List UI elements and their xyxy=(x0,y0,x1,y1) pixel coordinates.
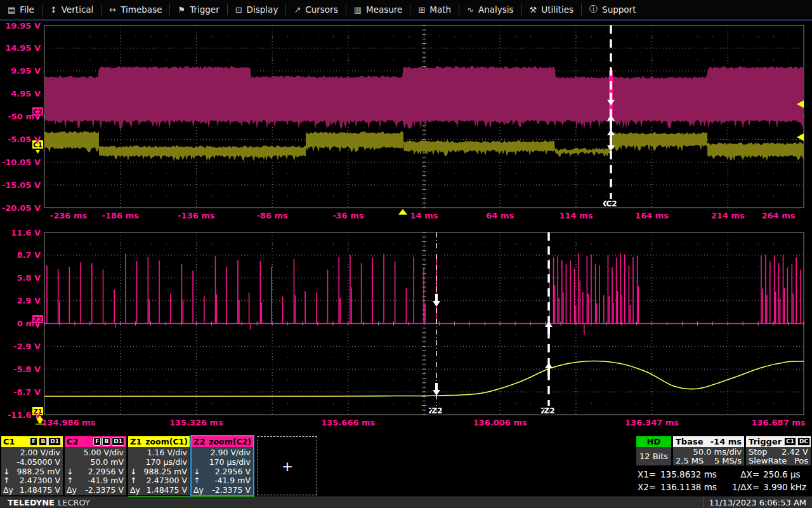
top-graticule: C2C1C1C219.95 V14.95 V9.95 V4.95 V-50 mV… xyxy=(2,21,804,220)
status-bar: TELEDYNE LECROY 11/13/2023 6:06:53 AM xyxy=(0,497,812,508)
svg-text:214 ms: 214 ms xyxy=(711,211,745,220)
svg-text:136.006 ms: 136.006 ms xyxy=(473,418,527,427)
svg-text:-236 ms: -236 ms xyxy=(50,211,88,220)
svg-text:-86 ms: -86 ms xyxy=(256,211,288,220)
trigger-level: 2.42 V xyxy=(782,448,808,457)
trace-id: C1 xyxy=(3,437,15,446)
svg-text:135.326 ms: 135.326 ms xyxy=(169,418,223,427)
descriptor-row: 2.00 V/div xyxy=(3,448,60,458)
svg-text:136.687 ms: 136.687 ms xyxy=(751,418,805,427)
trace-badge-B: B xyxy=(102,438,110,446)
trigger-source-badge: C1 xyxy=(784,438,796,446)
c2-trace xyxy=(44,66,804,130)
svg-text:-36 ms: -36 ms xyxy=(332,211,364,220)
svg-text:-5.8 V: -5.8 V xyxy=(13,364,41,374)
svg-text:-5.05 V: -5.05 V xyxy=(8,135,41,144)
svg-text:-186 ms: -186 ms xyxy=(102,211,140,220)
svg-text:9.95 V: 9.95 V xyxy=(11,66,41,76)
trigger-box[interactable]: Trigger C1 DC Stop 2.42 V SlewRate Pos xyxy=(746,436,811,465)
tbase-offset: -14 ms xyxy=(710,437,742,446)
add-trace-button[interactable]: + xyxy=(258,436,317,495)
trace-badge-D1: D1 xyxy=(112,438,124,446)
trace-id: Z1 xyxy=(130,437,141,446)
dx-value: 250.6 µs xyxy=(763,469,812,479)
tbase-scale: 50.0 ms/div xyxy=(693,448,742,457)
trace-badge-D1: D1 xyxy=(48,438,61,446)
brand-lecroy: LECROY xyxy=(58,498,90,507)
svg-text:134.986 ms: 134.986 ms xyxy=(41,418,95,427)
trace-id: C2 xyxy=(67,437,79,446)
svg-text:Z2: Z2 xyxy=(544,406,554,415)
trace-descriptor-C2[interactable]: C2FBD15.00 V/div50.0 mV↓2.2956 V↑-41.9 m… xyxy=(65,436,126,495)
descriptor-row: ↑-41.9 mV xyxy=(67,476,124,486)
descriptor-row: 1.16 V/div xyxy=(130,448,187,458)
trace-descriptor-C1[interactable]: C1FBD12.00 V/div-4.05000 V↓988.25 mV↑2.4… xyxy=(1,436,63,495)
bottom-graticule: Z2Z1Z1Z2Z1Z211.6 V8.7 V5.8 V2.9 V0 mV-2.… xyxy=(8,228,806,427)
trigger-position-marker[interactable] xyxy=(398,209,407,215)
svg-text:64 ms: 64 ms xyxy=(486,211,514,220)
svg-text:-8.7 V: -8.7 V xyxy=(13,387,41,397)
x2-label: X2= xyxy=(638,482,660,492)
trigger-label: Trigger xyxy=(749,437,782,446)
timebase-box[interactable]: Tbase -14 ms 50.0 ms/div 2.5 MS 5 MS/s xyxy=(673,436,744,465)
c1-trace xyxy=(44,131,804,161)
trace-badge-B: B xyxy=(39,438,47,446)
trace-id: Z2 xyxy=(193,437,205,446)
trace-descriptor-row: C1FBD12.00 V/div-4.05000 V↓988.25 mV↑2.4… xyxy=(1,436,253,495)
trigger-slope: Pos xyxy=(794,457,808,465)
tbase-rate: 5 MS/s xyxy=(714,457,742,465)
descriptor-row: ↑2.47300 V xyxy=(3,476,60,486)
brand-logo: TELEDYNE LECROY xyxy=(0,498,90,507)
z2-trace xyxy=(47,253,801,335)
acquisition-panel: HD 12 Bits Tbase -14 ms 50.0 ms/div 2.5 … xyxy=(636,436,812,492)
descriptor-row: Δy-2.3375 V xyxy=(193,486,251,495)
cursor-level-marker xyxy=(797,133,804,141)
descriptor-row: ↓2.2956 V xyxy=(67,467,124,477)
x2-value: 136.1138 ms xyxy=(660,482,731,492)
svg-text:0 mV: 0 mV xyxy=(17,319,41,328)
svg-text:-20.05 V: -20.05 V xyxy=(2,203,41,213)
descriptor-row: ↓988.25 mV xyxy=(130,467,187,477)
svg-text:C2: C2 xyxy=(606,199,617,208)
svg-text:2.9 V: 2.9 V xyxy=(16,296,41,305)
svg-text:-136 ms: -136 ms xyxy=(178,211,215,220)
svg-text:8.7 V: 8.7 V xyxy=(16,250,41,260)
hd-mode-box[interactable]: HD 12 Bits xyxy=(636,436,671,465)
inv-dx-label: 1/ΔX= xyxy=(731,482,763,492)
svg-text:5.8 V: 5.8 V xyxy=(16,273,41,283)
inv-dx-value: 3.990 kHz xyxy=(763,482,812,492)
trigger-coupling-badge: DC xyxy=(797,438,810,446)
descriptor-row: -4.05000 V xyxy=(3,458,60,467)
svg-text:-15.05 V: -15.05 V xyxy=(2,180,41,190)
waveform-display[interactable]: C2C1C1C219.95 V14.95 V9.95 V4.95 V-50 mV… xyxy=(0,0,812,508)
dx-label: ΔX= xyxy=(731,469,763,479)
descriptor-row: 5.00 V/div xyxy=(67,448,124,458)
tbase-samples: 2.5 MS xyxy=(676,457,704,465)
svg-text:19.95 V: 19.95 V xyxy=(5,21,41,30)
descriptor-row: ↓2.2956 V xyxy=(193,467,251,477)
cursor-readout: X1= 135.8632 ms ΔX= 250.6 µs X2= 136.113… xyxy=(636,469,812,492)
descriptor-row: Δy-2.3375 V xyxy=(67,486,124,495)
hd-title: HD xyxy=(636,436,671,447)
svg-text:14.95 V: 14.95 V xyxy=(5,43,41,53)
descriptor-row: Δy1.48475 V xyxy=(130,486,187,495)
trace-badge-F: F xyxy=(30,438,37,446)
trace-descriptor-Z1[interactable]: Z1zoom(C1)1.16 V/div170 µs/div↓988.25 mV… xyxy=(128,436,190,495)
svg-text:-50 mV: -50 mV xyxy=(8,112,41,121)
svg-text:-11.6 V: -11.6 V xyxy=(8,410,41,420)
descriptor-row: Δy1.48475 V xyxy=(3,486,60,495)
svg-text:-10.05 V: -10.05 V xyxy=(2,157,41,167)
hd-bits: 12 Bits xyxy=(636,447,671,465)
datetime: 11/13/2023 6:06:53 AM xyxy=(703,497,812,508)
descriptor-row: 170 µs/div xyxy=(193,458,251,467)
descriptor-row: ↑-41.9 mV xyxy=(193,476,251,486)
descriptor-row: 170 µs/div xyxy=(130,458,187,467)
brand-teledyne: TELEDYNE xyxy=(8,498,55,507)
svg-text:136.347 ms: 136.347 ms xyxy=(625,418,679,427)
svg-text:11.6 V: 11.6 V xyxy=(11,228,41,237)
trace-descriptor-Z2[interactable]: Z2zoom(C2)2.90 V/div170 µs/div↓2.2956 V↑… xyxy=(192,436,253,495)
x1-value: 135.8632 ms xyxy=(660,469,731,479)
svg-text:114 ms: 114 ms xyxy=(559,211,593,220)
svg-text:14 ms: 14 ms xyxy=(410,211,438,220)
descriptor-row: 2.90 V/div xyxy=(193,448,251,458)
